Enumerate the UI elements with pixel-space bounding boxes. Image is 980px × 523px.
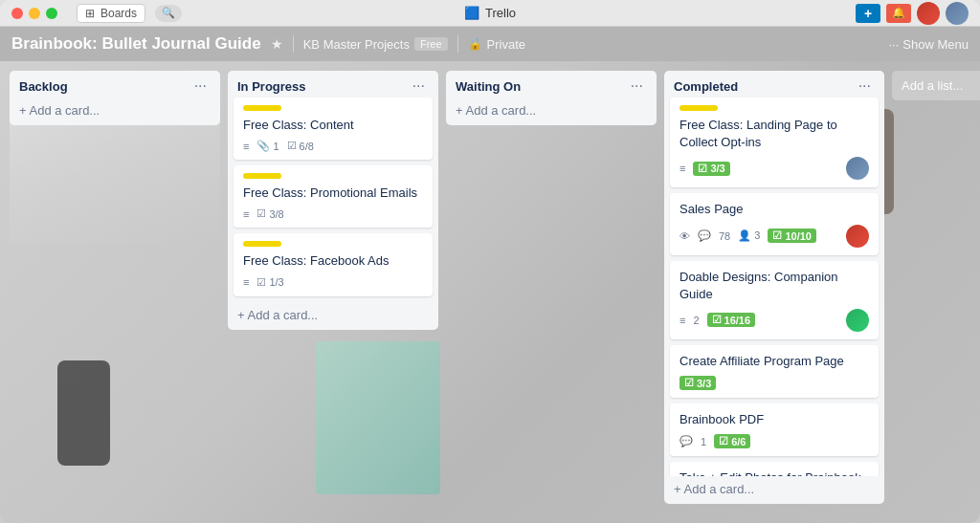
card-meta: ≡ ☑ 3/8 [243,207,423,220]
checklist-value: 3/8 [269,208,283,220]
user-avatar-1[interactable] [917,2,940,25]
app-body: Brainbook: Bullet Journal Guide ★ KB Mas… [0,27,980,523]
waiting-on-add-card-button[interactable]: + Add a card... [446,98,657,125]
list-completed-header: Completed ··· [664,71,884,98]
checklist-badge: ☑ 6/6 [714,434,750,448]
maximize-button[interactable] [46,8,57,19]
list-backlog: Backlog ··· + Add a card... [10,71,220,125]
app-window: ⊞ Boards 🔍 🟦 Trello + 🔔 Brainbook: Bulle… [0,0,980,523]
checklist-badge: ☑ 3/3 [679,376,716,390]
attachment-count: 1 [273,141,278,152]
checklist-badge: ☑ 16/16 [707,313,756,327]
boards-button[interactable]: ⊞ Boards [77,4,145,23]
comment-count: 1 [701,436,706,447]
card-meta: ≡ 2 ☑ 16/16 [679,309,869,332]
card-avatar [846,309,869,332]
checklist-badge: ☑ 3/3 [693,162,729,176]
boards-label: Boards [100,7,137,20]
card-meta: ≡ ☑ 1/3 [243,276,423,289]
card-title: Take + Edit Photos for Brainbook [679,469,869,476]
in-progress-add-card-button[interactable]: + Add a card... [228,302,438,330]
card-meta: ≡ 📎 1 ☑ 6/8 [243,140,423,152]
comment-icon: 💬 [679,435,693,447]
show-menu-button[interactable]: ··· Show Menu [889,37,969,52]
checklist-badge-value: 16/16 [724,315,751,326]
list-backlog-title: Backlog [19,79,68,94]
checklist-badge-icon: ☑ [719,435,728,447]
checklist-value: 6/8 [300,141,314,152]
breadcrumb-workspace[interactable]: KB Master Projects Free [303,37,448,52]
add-list-label: Add a list... [902,78,963,93]
card-label-yellow [243,241,281,247]
card-landing-page[interactable]: Free Class: Landing Page to Collect Opt-… [670,98,879,187]
members-count: 👤 3 [738,229,760,242]
breadcrumb-visibility[interactable]: 🔒 Private [468,37,525,52]
add-list-button[interactable]: Add a list... [892,71,980,100]
card-checklist-meta: ☑ 1/3 [256,276,283,289]
card-label-yellow [243,173,281,179]
checklist-badge-value: 3/3 [710,163,724,174]
card-avatar [846,157,869,180]
list-in-progress-menu-button[interactable]: ··· [409,78,429,94]
card-title: Free Class: Promotional Emails [243,185,423,202]
card-title: Brainbook PDF [679,411,869,428]
board-title: Brainbook: Bullet Journal Guide [11,34,261,54]
checklist-badge-icon: ☑ [698,163,707,175]
user-avatar-2[interactable] [946,2,969,25]
minimize-button[interactable] [29,8,40,19]
lock-icon: 🔒 [468,37,482,51]
list-completed-menu-button[interactable]: ··· [855,78,875,94]
card-checklist-meta: ☑ 3/8 [256,207,283,220]
list-completed-title: Completed [674,79,738,94]
grid-icon: ⊞ [85,7,95,20]
backlog-add-card-button[interactable]: + Add a card... [10,98,220,125]
card-description-icon: ≡ [679,315,685,326]
card-brainbook-pdf[interactable]: Brainbook PDF 💬 1 ☑ 6/6 [670,403,879,456]
show-menu-label: Show Menu [902,37,969,52]
card-take-photos[interactable]: Take + Edit Photos for Brainbook 💬 3 📎 2… [670,462,879,476]
app-title: Trello [485,6,516,20]
list-waiting-on-menu-button[interactable]: ··· [627,78,647,94]
card-description-icon: ≡ [243,141,249,152]
trello-logo-icon: 🟦 [464,6,479,20]
checklist-badge: ☑ 10/10 [768,229,816,243]
completed-add-card-button[interactable]: + Add a card... [664,476,884,504]
card-label-yellow [679,105,718,111]
card-checklist-meta: ☑ 6/8 [287,140,314,152]
card-affiliate-program[interactable]: Create Affiliate Program Page ☑ 3/3 [670,345,879,398]
card-description-icon: ≡ [243,276,249,288]
checklist-icon: ☑ [256,276,266,289]
attachment-icon: 📎 [256,140,270,152]
attachment-count: 2 [693,315,699,326]
card-doable-designs[interactable]: Doable Designs: Companion Guide ≡ 2 ☑ 16… [670,261,879,339]
plan-badge: Free [414,37,448,51]
lists-container: Backlog ··· + Add a card... In Progress … [0,61,980,523]
card-facebook-ads[interactable]: Free Class: Facebook Ads ≡ ☑ 1/3 [234,233,433,295]
star-icon[interactable]: ★ [271,36,283,52]
search-button[interactable]: 🔍 [155,5,182,22]
card-free-class-content[interactable]: Free Class: Content ≡ 📎 1 ☑ 6/8 [234,98,433,160]
card-meta: ☑ 3/3 [679,376,869,390]
list-backlog-menu-button[interactable]: ··· [190,78,211,94]
card-attachment-meta: 📎 1 [256,140,278,152]
card-promotional-emails[interactable]: Free Class: Promotional Emails ≡ ☑ 3/8 [234,165,433,228]
card-title: Free Class: Facebook Ads [243,252,423,270]
notifications-button[interactable]: 🔔 [886,4,911,23]
divider [293,35,294,53]
traffic-lights [11,8,57,19]
checklist-badge-value: 3/3 [697,378,711,389]
list-completed-cards: Free Class: Landing Page to Collect Opt-… [664,98,884,476]
card-sales-page[interactable]: Sales Page 👁 💬 78 👤 3 ☑ 10/10 [670,193,879,254]
card-title: Create Affiliate Program Page [679,353,869,370]
card-avatar [846,225,869,248]
divider2 [457,35,458,53]
add-button[interactable]: + [856,4,880,23]
checklist-value: 1/3 [269,276,283,288]
close-button[interactable] [11,8,23,19]
titlebar-right: + 🔔 [856,2,969,25]
checklist-badge-icon: ☑ [772,229,782,242]
card-label-yellow [243,105,281,111]
card-description-icon: ≡ [679,163,685,174]
comment-count: 78 [719,230,730,242]
card-title: Free Class: Content [243,117,423,134]
